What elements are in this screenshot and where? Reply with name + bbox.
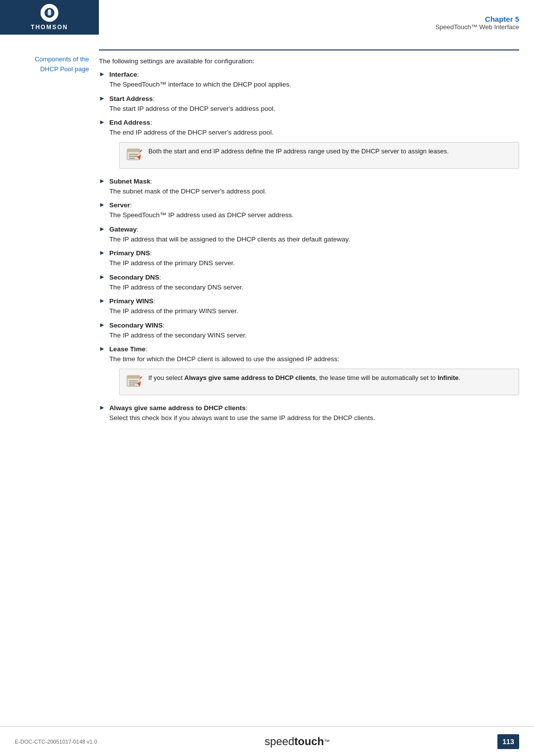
list-item: ► Interface: The SpeedTouch™ interface t… [99, 70, 519, 90]
list-item: ► Lease Time: The time for which the DHC… [99, 344, 519, 399]
list-item: ► End Address: The end IP address of the… [99, 118, 519, 173]
list-item: ► Secondary WINS: The IP address of the … [99, 321, 519, 341]
item-desc: The IP address that will be assigned to … [109, 235, 519, 244]
note-box: Both the start and end IP address define… [119, 142, 519, 169]
item-content: Server: The SpeedTouch™ IP address used … [109, 200, 519, 221]
page-header: THOMSON Chapter 5 SpeedTouch™ Web Interf… [0, 0, 534, 35]
note-icon [126, 373, 143, 391]
item-label: Lease Time [109, 345, 145, 353]
content-column: The following settings are available for… [99, 49, 519, 427]
item-content: Primary DNS: The IP address of the prima… [109, 248, 519, 269]
item-desc: Select this check box if you always want… [109, 413, 519, 423]
bullet-icon: ► [99, 297, 105, 304]
header-right: Chapter 5 SpeedTouch™ Web Interface [99, 0, 534, 35]
note-box-lease: If you select Always give same address t… [119, 369, 519, 395]
list-item: ► Server: The SpeedTouch™ IP address use… [99, 200, 519, 221]
list-item: ► Secondary DNS: The IP address of the s… [99, 273, 519, 293]
item-desc: The IP address of the secondary DNS serv… [109, 283, 519, 292]
thomson-text: THOMSON [31, 24, 68, 31]
chapter-subtitle: SpeedTouch™ Web Interface [435, 23, 519, 31]
item-desc: The end IP address of the DHCP server's … [109, 128, 519, 138]
item-desc: The IP address of the secondary WINS ser… [109, 331, 519, 340]
item-label: Secondary DNS [109, 274, 159, 281]
item-content: Gateway: The IP address that will be ass… [109, 225, 519, 245]
bullet-icon: ► [99, 118, 105, 126]
item-content: Start Address: The start IP address of t… [109, 94, 519, 114]
item-desc: The start IP address of the DHCP server'… [109, 104, 519, 114]
footer-speed-text: speed [265, 735, 294, 748]
item-desc: The SpeedTouch™ IP address used as DHCP … [109, 210, 519, 220]
item-label: Secondary WINS [109, 322, 163, 329]
bullet-icon: ► [99, 345, 105, 352]
item-label: Server [109, 201, 130, 209]
item-label: Subnet Mask [109, 178, 150, 185]
items-list: ► Interface: The SpeedTouch™ interface t… [99, 70, 519, 423]
list-item: ► Primary DNS: The IP address of the pri… [99, 248, 519, 269]
footer-speedtouch-logo: speedtouch™ [265, 735, 330, 748]
item-desc: The time for which the DHCP client is al… [109, 354, 519, 364]
bullet-icon: ► [99, 70, 105, 78]
item-label: Primary WINS [109, 297, 153, 305]
note-text-lease: If you select Always give same address t… [148, 373, 460, 383]
bullet-icon: ► [99, 94, 105, 102]
item-label: End Address [109, 119, 150, 126]
svg-rect-3 [127, 149, 140, 152]
footer-touch-text: touch [294, 735, 324, 748]
item-desc: The subnet mask of the DHCP server's add… [109, 187, 519, 196]
item-content: Interface: The SpeedTouch™ interface to … [109, 70, 519, 90]
list-item: ► Gateway: The IP address that will be a… [99, 225, 519, 245]
svg-line-8 [140, 150, 142, 152]
thomson-logo: THOMSON [31, 4, 68, 31]
item-content: Secondary WINS: The IP address of the se… [109, 321, 519, 341]
item-label: Primary DNS [109, 249, 150, 257]
item-label: Start Address [109, 95, 153, 102]
bullet-icon: ► [99, 321, 105, 329]
note-text: Both the start and end IP address define… [148, 146, 449, 156]
intro-text: The following settings are available for… [99, 57, 519, 65]
item-content: Always give same address to DHCP clients… [109, 403, 519, 424]
list-item: ► Always give same address to DHCP clien… [99, 403, 519, 424]
list-item: ► Start Address: The start IP address of… [99, 94, 519, 114]
section-title-column: Components of the DHCP Pool page [15, 49, 99, 427]
svg-rect-10 [127, 376, 140, 378]
bullet-icon: ► [99, 249, 105, 256]
item-label: Gateway [109, 226, 137, 233]
item-desc: The IP address of the primary DNS server… [109, 258, 519, 268]
bullet-icon: ► [99, 404, 105, 411]
bullet-icon: ► [99, 273, 105, 281]
section-title: Components of the DHCP Pool page [15, 54, 89, 74]
bullet-icon: ► [99, 201, 105, 208]
list-item: ► Subnet Mask: The subnet mask of the DH… [99, 177, 519, 197]
item-content: Primary WINS: The IP address of the prim… [109, 296, 519, 317]
item-content: End Address: The end IP address of the D… [109, 118, 519, 173]
item-label: Always give same address to DHCP clients [109, 404, 246, 412]
footer-doc-id: E-DOC-CTC-20051017-0148 v1.0 [15, 739, 97, 745]
svg-line-15 [140, 377, 142, 378]
item-label: Interface [109, 71, 137, 78]
item-desc: The IP address of the primary WINS serve… [109, 306, 519, 316]
item-content: Secondary DNS: The IP address of the sec… [109, 273, 519, 293]
bullet-icon: ► [99, 225, 105, 233]
page-footer: E-DOC-CTC-20051017-0148 v1.0 speedtouch™… [0, 726, 534, 756]
item-content: Lease Time: The time for which the DHCP … [109, 344, 519, 399]
page-number: 113 [497, 734, 519, 749]
list-item: ► Primary WINS: The IP address of the pr… [99, 296, 519, 317]
thomson-logo-icon [41, 4, 58, 22]
footer-tm-text: ™ [324, 738, 330, 745]
item-desc: The SpeedTouch™ interface to which the D… [109, 80, 519, 90]
note-icon [126, 146, 143, 164]
main-content: Components of the DHCP Pool page The fol… [0, 35, 534, 437]
item-content: Subnet Mask: The subnet mask of the DHCP… [109, 177, 519, 197]
bullet-icon: ► [99, 177, 105, 185]
header-logo-area: THOMSON [0, 0, 99, 35]
chapter-label: Chapter 5 [485, 15, 519, 23]
